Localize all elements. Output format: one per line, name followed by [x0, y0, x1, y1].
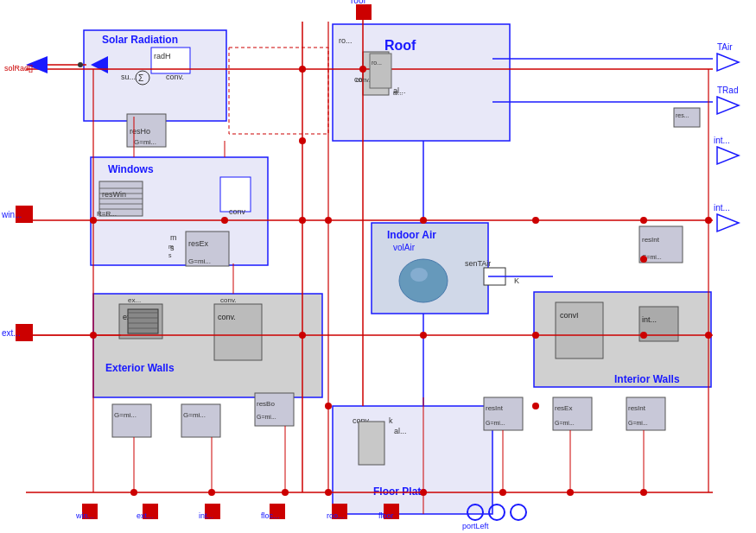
int-arrow-2 [717, 214, 739, 232]
sm-label-2: m [168, 244, 174, 250]
Gmi-resInt-bot: G=mi... [486, 420, 505, 426]
jdot-mid-7 [640, 256, 647, 263]
ro-label: ro... [339, 36, 353, 45]
junction-dot-12 [325, 403, 332, 409]
Gmi-resInt-bot2: G=mi... [628, 420, 648, 426]
roof-label: Roof [384, 38, 416, 53]
junction-dot-1 [299, 66, 306, 73]
jdot-mid-2 [221, 217, 228, 224]
Gmi-resEx-bot: G=mi... [555, 420, 575, 426]
TRad-label: TRad [717, 86, 738, 95]
ex-small-label: ex... [128, 296, 141, 304]
al-floor: al... [394, 427, 407, 435]
resInt-bot-label: resInt [486, 404, 504, 412]
k-floor: k [389, 416, 393, 425]
jdot-mid-6 [640, 332, 647, 339]
resWin-label: resWin [102, 190, 126, 199]
RR-label: R=R... [97, 210, 117, 218]
K-label: K [514, 276, 519, 285]
portleft-label: portLeft [462, 522, 489, 530]
int-arrow-1 [717, 147, 739, 164]
floor-label-bot: floor [378, 511, 394, 520]
jdot-mid-5 [532, 403, 539, 409]
int-label-bot: int... [199, 511, 213, 520]
conv-label-sr: conv. [166, 73, 184, 81]
junction-dot-7 [420, 332, 427, 339]
exterior-walls-label: Exterior Walls [105, 362, 175, 374]
sol-dot [78, 62, 83, 67]
Gmi-resEx: G=mi... [188, 257, 211, 265]
resEx-bot-label: resEx [555, 404, 572, 412]
resBo-label: resBo [257, 400, 275, 408]
m-label: m [170, 233, 177, 242]
floor-inner-box [359, 422, 384, 465]
win-label-left: win... [1, 210, 22, 219]
gmi-label-2: G=mi... [183, 411, 206, 419]
indoor-air-label: Indoor Air [387, 229, 436, 241]
win-label-bot: win... [75, 511, 94, 520]
Gmi-resBo: G=mi... [257, 414, 276, 420]
sigma-symbol: Σ [138, 73, 143, 83]
ext-label-bot: ext... [137, 511, 154, 520]
su-label: su... [121, 73, 136, 81]
roo-label-bot: roo... [327, 511, 345, 520]
win-right-box [220, 177, 251, 212]
resInt-bot2-label: resInt [628, 404, 646, 412]
ext-label-left: ext... [2, 328, 21, 338]
solar-dashed-box [229, 48, 328, 134]
resInt-right-label: resInt [642, 236, 660, 244]
jdot-mid-1 [299, 137, 306, 144]
solRad-port-label: solRad[] [4, 64, 33, 73]
junction-dot-6 [299, 332, 306, 339]
diagram: Solar Radiation radH su... conv. Σ Roof … [0, 0, 756, 533]
sm-label-1: s [168, 252, 172, 258]
junction-dot-8 [532, 332, 539, 339]
floor-plate-label: Floor Plate [373, 485, 427, 498]
TAir-arrow [717, 54, 739, 71]
roof-label-top: roof [351, 0, 365, 5]
air-sphere [399, 259, 448, 302]
gmi-block-2[interactable] [181, 404, 220, 437]
ro-inner-label: ro... [372, 60, 382, 66]
convI-label: convI [560, 311, 579, 320]
jdot-mid-8 [640, 217, 647, 224]
solar-radiation-label: Solar Radiation [102, 34, 178, 46]
conv-ext-label: conv. [218, 313, 236, 321]
roof-port-top [356, 4, 372, 20]
resHo-label: resHo [130, 127, 150, 136]
gmi-block-1[interactable] [112, 404, 151, 437]
conv-inner-roof: conv. [356, 77, 370, 83]
windows-label: Windows [108, 163, 154, 175]
volAir-label: volAir [393, 243, 416, 252]
floc-label-bot: floc... [261, 511, 280, 520]
TRad-arrow [717, 97, 739, 114]
resEx-label: resEx [188, 239, 209, 248]
radH-label: radH [154, 52, 171, 60]
jdot-mid-3 [325, 217, 332, 224]
portleft-circle-3 [511, 504, 526, 520]
roof-comp-inner [370, 54, 391, 88]
senTAir-label: senTAir [465, 259, 491, 268]
air-sphere-highlight [410, 268, 428, 282]
gmi-label-1: G=mi... [114, 411, 137, 419]
jdot-mid-4 [532, 217, 539, 224]
res-TRad-label: res... [676, 112, 689, 118]
interior-walls-label: Interior Walls [614, 373, 680, 385]
resBo-block[interactable] [255, 393, 294, 426]
junction-dot-4 [420, 217, 427, 224]
int-label-1: int... [714, 136, 730, 145]
main-svg: Solar Radiation radH su... conv. Σ Roof … [0, 0, 756, 533]
conv-win: conv [229, 207, 246, 216]
int-inner-label: int... [642, 315, 657, 324]
int-label-2: int... [714, 203, 730, 213]
junction-dot-3 [299, 217, 306, 224]
conv-small-ext: conv. [220, 296, 237, 304]
TAir-label: TAir [717, 42, 733, 52]
Gmi-resHo: G=mi... [134, 138, 156, 146]
junction-dot-2 [359, 66, 366, 73]
al-inner-roof: al... [393, 90, 403, 96]
